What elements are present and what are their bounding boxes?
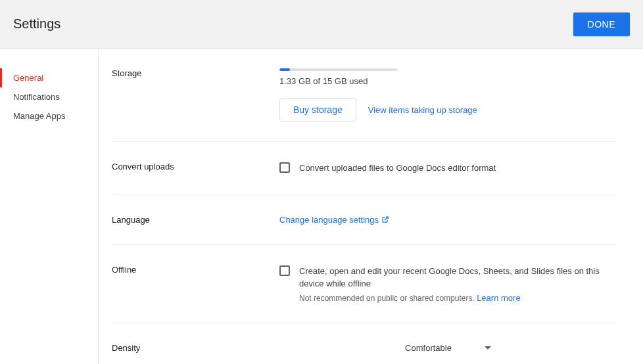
section-density: Density Comfortable [112, 343, 617, 365]
offline-text-block: Create, open and edit your recent Google… [299, 265, 617, 303]
sidebar: General Notifications Manage Apps [0, 49, 99, 364]
sidebar-item-label: Manage Apps [13, 111, 66, 121]
storage-progress-bar [279, 68, 398, 71]
sidebar-item-general[interactable]: General [0, 68, 98, 87]
settings-header: Settings DONE [0, 0, 643, 49]
section-content: Change language settings [279, 215, 617, 225]
change-language-label: Change language settings [279, 215, 379, 225]
buy-storage-button[interactable]: Buy storage [279, 98, 356, 122]
density-select[interactable]: Comfortable [363, 343, 534, 353]
section-storage: Storage 1.33 GB of 15 GB used Buy storag… [112, 68, 617, 142]
storage-actions-row: Buy storage View items taking up storage [279, 98, 617, 122]
section-offline: Offline Create, open and edit your recen… [112, 265, 617, 323]
settings-main: Storage 1.33 GB of 15 GB used Buy storag… [99, 49, 643, 364]
section-label: Offline [112, 265, 279, 303]
sidebar-item-manage-apps[interactable]: Manage Apps [0, 106, 98, 125]
settings-body: General Notifications Manage Apps Storag… [0, 49, 643, 364]
section-label: Language [112, 215, 279, 225]
section-language: Language Change language settings [112, 215, 617, 245]
section-label: Storage [112, 68, 279, 122]
section-content: 1.33 GB of 15 GB used Buy storage View i… [279, 68, 617, 122]
section-convert-uploads: Convert uploads Convert uploaded files t… [112, 162, 617, 195]
convert-checkbox-row: Convert uploaded files to Google Docs ed… [279, 162, 617, 175]
view-storage-items-link[interactable]: View items taking up storage [368, 105, 477, 115]
sidebar-item-notifications[interactable]: Notifications [0, 87, 98, 106]
offline-checkbox[interactable] [279, 265, 290, 276]
chevron-down-icon [485, 346, 491, 350]
storage-usage-text: 1.33 GB of 15 GB used [279, 76, 617, 86]
offline-learn-more-link[interactable]: Learn more [477, 293, 520, 303]
done-button[interactable]: DONE [573, 12, 630, 36]
offline-helper-text: Not recommended on public or shared comp… [299, 293, 617, 303]
sidebar-item-label: General [13, 73, 43, 83]
change-language-link[interactable]: Change language settings [279, 215, 389, 225]
section-label: Convert uploads [112, 162, 279, 175]
section-label: Density [112, 343, 279, 353]
offline-checkbox-row: Create, open and edit your recent Google… [279, 265, 617, 303]
section-content: Convert uploaded files to Google Docs ed… [279, 162, 617, 175]
section-content: Comfortable [279, 343, 617, 353]
storage-progress-fill [279, 68, 290, 71]
external-link-icon [381, 216, 389, 223]
offline-checkbox-label: Create, open and edit your recent Google… [299, 265, 617, 290]
convert-uploads-label: Convert uploaded files to Google Docs ed… [299, 162, 496, 175]
convert-uploads-checkbox[interactable] [279, 162, 290, 173]
offline-helper-prefix: Not recommended on public or shared comp… [299, 294, 477, 303]
page-title: Settings [13, 16, 60, 32]
sidebar-item-label: Notifications [13, 92, 60, 102]
section-content: Create, open and edit your recent Google… [279, 265, 617, 303]
density-value: Comfortable [405, 343, 452, 353]
